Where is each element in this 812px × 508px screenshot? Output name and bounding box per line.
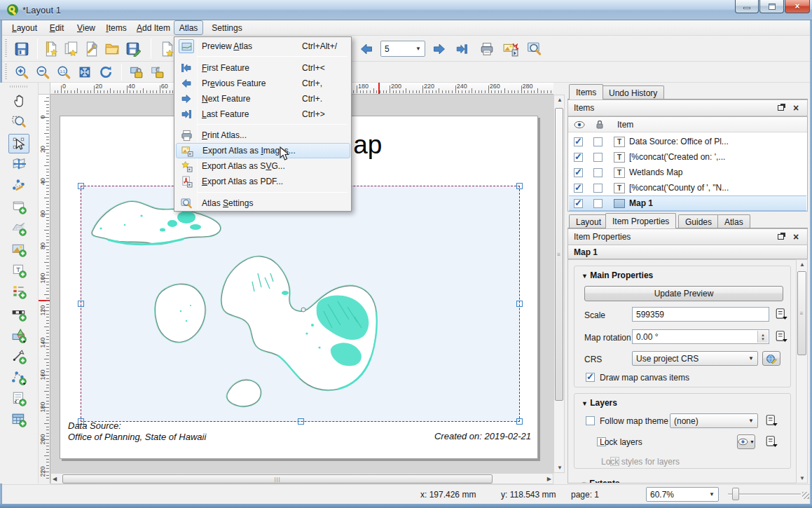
extents-section-header[interactable]: ▼ Extents (581, 479, 620, 483)
selection-handle[interactable] (516, 418, 523, 425)
menu-edit[interactable]: Edit (44, 20, 69, 35)
zoom-tool-button[interactable] (8, 111, 29, 131)
zoom-full-button[interactable] (75, 62, 95, 81)
tab-guides[interactable]: Guides (678, 214, 719, 228)
lock-layers-override-button[interactable] (765, 434, 779, 448)
lock-checkbox[interactable] (593, 137, 603, 146)
refresh-view-button[interactable] (96, 62, 116, 81)
menu-item-previous-feature[interactable]: Previous Feature Ctrl+, (176, 76, 350, 91)
main-properties-section-header[interactable]: ▼ Main Properties (582, 270, 653, 280)
zoom-actual-button[interactable]: 1:1 (54, 62, 74, 81)
zoom-out-button[interactable] (33, 62, 53, 81)
selection-handle[interactable] (516, 183, 523, 189)
v-scrollbar-thumb[interactable]: ≡ (555, 108, 563, 401)
add-node-item-button[interactable] (8, 368, 29, 387)
layout-manager-button[interactable] (81, 38, 102, 60)
add-3d-map-button[interactable] (8, 219, 29, 238)
float-panel-button[interactable] (775, 232, 786, 242)
toolbox-drag-handle[interactable] (10, 85, 28, 88)
items-panel-tab[interactable]: Items (569, 84, 603, 99)
close-button[interactable]: × (785, 0, 810, 13)
toolbar-drag-handle[interactable] (5, 39, 7, 58)
zoom-select[interactable]: 60.7% ▼ (646, 487, 719, 502)
crs-select[interactable]: Use project CRS ▼ (632, 351, 758, 366)
selection-handle[interactable] (298, 418, 304, 425)
add-scalebar-button[interactable] (8, 304, 29, 324)
visibility-checkbox[interactable] (574, 199, 583, 208)
undo-history-tab[interactable]: Undo History (602, 85, 664, 99)
visibility-checkbox[interactable] (574, 137, 583, 146)
menu-item-first-feature[interactable]: First Feature Ctrl+< (176, 60, 350, 76)
lock-items-button[interactable] (127, 62, 146, 81)
update-preview-button[interactable]: Update Preview (584, 286, 783, 301)
lock-checkbox[interactable] (593, 199, 603, 208)
menu-settings[interactable]: Settings (208, 20, 246, 35)
new-layout-button[interactable] (41, 38, 62, 60)
theme-select[interactable]: (none) ▼ (670, 413, 758, 428)
h-scrollbar[interactable]: ◀ ||| ▶ (50, 473, 553, 484)
toolbar-drag-handle[interactable] (5, 64, 7, 81)
item-row[interactable]: T Wetlands Map (569, 165, 806, 180)
tab-item-properties[interactable]: Item Properties (605, 213, 676, 228)
menu-item-atlas-settings[interactable]: Atlas Settings (176, 195, 350, 211)
rotation-spinner[interactable]: ▲▼ (757, 331, 768, 343)
resize-grip[interactable] (802, 492, 809, 499)
visibility-checkbox[interactable] (574, 153, 583, 162)
edit-nodes-tool-button[interactable] (8, 175, 29, 195)
scale-override-button[interactable] (775, 307, 789, 321)
add-shape-button[interactable] (8, 326, 29, 345)
float-panel-button[interactable] (775, 103, 786, 113)
item-row-selected[interactable]: Map 1 (569, 195, 806, 211)
add-label-button[interactable]: T (8, 261, 29, 280)
minimize-button[interactable] (735, 0, 759, 13)
crs-set-button[interactable] (762, 351, 780, 366)
layer-visibility-button[interactable]: ▼ (737, 434, 755, 449)
add-picture-button[interactable] (8, 240, 29, 259)
close-panel-button[interactable]: × (790, 232, 801, 242)
add-arrow-button[interactable] (8, 347, 29, 366)
atlas-settings-button[interactable] (525, 38, 544, 60)
save-template-button[interactable] (123, 38, 144, 60)
menu-items[interactable]: Items (102, 20, 131, 35)
map-item[interactable] (81, 186, 520, 422)
properties-scrollbar[interactable]: ▲ ≡ ▼ (796, 259, 808, 483)
follow-theme-checkbox[interactable] (586, 416, 595, 425)
selection-handle[interactable] (78, 183, 84, 189)
lock-checkbox[interactable] (593, 184, 603, 193)
atlas-feature-combobox[interactable]: 5 ▼ (380, 41, 425, 57)
load-template-button[interactable] (102, 38, 123, 60)
scroll-right-icon[interactable]: ▶ (547, 476, 551, 482)
add-html-button[interactable] (8, 389, 29, 409)
print-atlas-button[interactable] (477, 38, 497, 60)
export-atlas-button[interactable] (501, 38, 521, 60)
menu-add-item[interactable]: Add Item (132, 20, 174, 35)
add-map-button[interactable] (8, 197, 29, 217)
draw-canvas-checkbox[interactable] (586, 373, 595, 382)
menu-item-export-atlas-images[interactable]: Export Atlas as Images... (176, 143, 350, 158)
close-panel-button[interactable]: × (790, 103, 801, 113)
v-scrollbar[interactable]: ▲ ≡ ▼ (553, 95, 565, 473)
menu-atlas[interactable]: Atlas (174, 20, 203, 35)
scale-input[interactable]: 599359 (632, 307, 769, 322)
maximize-button[interactable] (759, 0, 784, 13)
theme-override-button[interactable] (765, 413, 779, 427)
unlock-items-button[interactable] (148, 62, 167, 81)
visibility-checkbox[interactable] (574, 184, 583, 193)
tab-atlas[interactable]: Atlas (717, 214, 750, 228)
add-legend-button[interactable] (8, 282, 29, 301)
menu-item-next-feature[interactable]: Next Feature Ctrl+. (176, 91, 350, 107)
add-attribute-table-button[interactable] (8, 410, 29, 430)
properties-scrollbar-thumb[interactable]: ≡ (797, 271, 806, 355)
duplicate-layout-button[interactable] (61, 38, 82, 60)
menu-item-export-atlas-pdf[interactable]: Export Atlas as PDF... (176, 174, 350, 189)
scroll-down-icon[interactable]: ▼ (557, 465, 563, 471)
tab-layout[interactable]: Layout (569, 214, 608, 228)
item-row[interactable]: T Data Source: Office of Pl... (569, 134, 806, 149)
rotation-input[interactable]: 0.00 ° ▲▼ (632, 329, 769, 344)
scroll-down-icon[interactable]: ▼ (799, 475, 805, 481)
select-move-tool-button[interactable] (8, 134, 29, 153)
save-project-button[interactable] (11, 38, 33, 60)
menu-item-export-atlas-svg[interactable]: Export Atlas as SVG... (176, 158, 350, 174)
lock-checkbox[interactable] (593, 168, 603, 177)
selection-handle[interactable] (516, 301, 523, 307)
